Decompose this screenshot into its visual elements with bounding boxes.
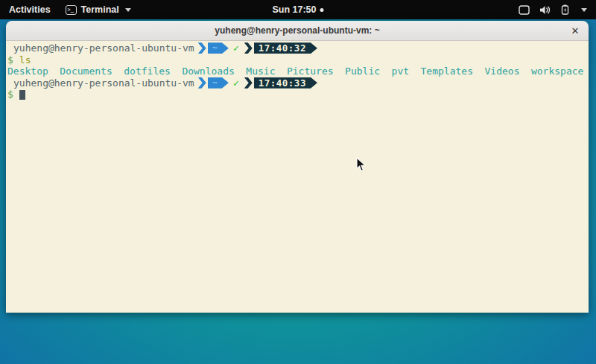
terminal-app-icon bbox=[66, 5, 77, 15]
prompt-cwd-segment: ~ bbox=[208, 77, 229, 89]
powerline-chevron-icon bbox=[244, 77, 253, 89]
caret-down-icon bbox=[125, 8, 131, 12]
prompt-time-segment: 17:40:33 bbox=[254, 77, 317, 89]
directory-name: pvt bbox=[392, 66, 409, 77]
terminal-screen[interactable]: yuheng@henry-personal-ubuntu-vm ~ ✓ 17:4… bbox=[6, 41, 589, 313]
ls-output-line: DesktopDocumentsdotfilesDownloadsMusicPi… bbox=[7, 66, 589, 77]
activities-button[interactable]: Activities bbox=[0, 0, 60, 19]
powerline-chevron-icon bbox=[244, 42, 253, 54]
directory-name: Videos bbox=[485, 66, 520, 77]
prompt-time-segment: 17:40:32 bbox=[254, 42, 317, 54]
prompt-symbol: $ bbox=[7, 89, 13, 100]
directory-name: dotfiles bbox=[124, 66, 171, 77]
prompt-user-host: yuheng@henry-personal-ubuntu-vm bbox=[7, 77, 194, 89]
window-title: yuheng@henry-personal-ubuntu-vm: ~ bbox=[215, 25, 379, 36]
status-check-icon: ✓ bbox=[233, 77, 239, 89]
terminal-cursor bbox=[19, 90, 25, 100]
directory-name: Downloads bbox=[182, 66, 234, 77]
mouse-pointer-icon bbox=[356, 157, 366, 172]
app-menu-label: Terminal bbox=[81, 4, 119, 15]
notification-dot bbox=[320, 8, 324, 12]
typed-command: ls bbox=[19, 54, 31, 66]
system-caret-down-icon bbox=[581, 8, 587, 12]
clock-menu[interactable]: Sun 17:50 bbox=[272, 0, 323, 19]
close-button[interactable]: ✕ bbox=[568, 23, 583, 38]
app-menu-terminal[interactable]: Terminal bbox=[60, 0, 137, 19]
powerline-chevron-icon bbox=[198, 77, 206, 89]
status-check-icon: ✓ bbox=[233, 42, 239, 54]
terminal-window: yuheng@henry-personal-ubuntu-vm: ~ ✕ yuh… bbox=[6, 21, 589, 313]
input-line: $ bbox=[7, 89, 589, 100]
directory-name: Pictures bbox=[287, 66, 334, 77]
display-icon bbox=[519, 5, 530, 15]
system-status-area[interactable] bbox=[519, 0, 596, 19]
directory-name: workspace bbox=[531, 66, 583, 77]
command-line: $ls bbox=[7, 54, 589, 66]
prompt-user-host: yuheng@henry-personal-ubuntu-vm bbox=[7, 42, 194, 54]
prompt-line-1: yuheng@henry-personal-ubuntu-vm ~ ✓ 17:4… bbox=[7, 42, 589, 54]
directory-name: Desktop bbox=[7, 66, 48, 77]
volume-icon bbox=[539, 5, 551, 15]
directory-name: Music bbox=[246, 66, 275, 77]
directory-name: Documents bbox=[60, 66, 112, 77]
prompt-symbol: $ bbox=[7, 54, 13, 66]
battery-charging-icon bbox=[560, 4, 570, 15]
prompt-line-2: yuheng@henry-personal-ubuntu-vm ~ ✓ 17:4… bbox=[7, 77, 589, 89]
top-bar: Activities Terminal Sun 17:50 bbox=[0, 0, 596, 19]
directory-name: Public bbox=[345, 66, 380, 77]
clock-label: Sun 17:50 bbox=[272, 4, 316, 15]
directory-name: Templates bbox=[421, 66, 473, 77]
window-titlebar[interactable]: yuheng@henry-personal-ubuntu-vm: ~ ✕ bbox=[6, 21, 589, 41]
powerline-chevron-icon bbox=[198, 42, 206, 54]
prompt-cwd-segment: ~ bbox=[208, 42, 229, 54]
